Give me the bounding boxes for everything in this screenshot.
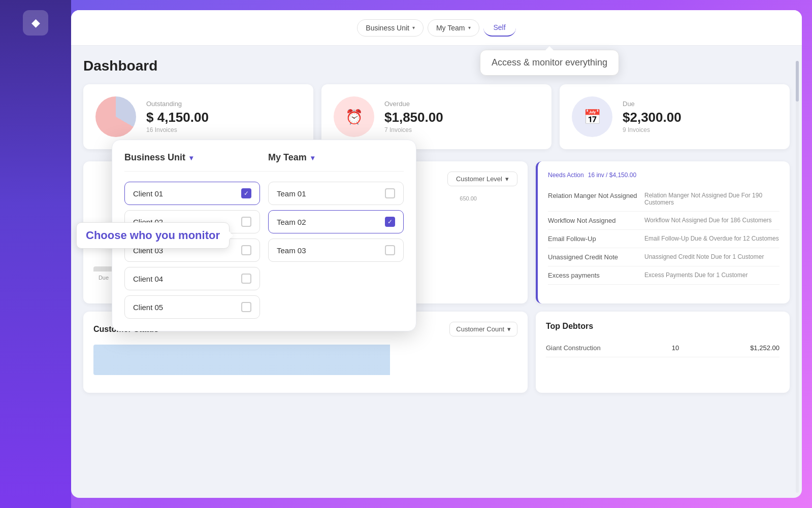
clients-column: Client 01 ✓ Client 02 Client 03 Client 0… — [124, 182, 260, 319]
action-left-3: Unassigned Credit Note — [548, 253, 639, 261]
team-02-item[interactable]: Team 02 ✓ — [268, 210, 404, 233]
action-right-1: Workflow Not Assigned Due for 186 Custom… — [639, 217, 779, 224]
dropdown-my-team-chevron-icon: ▾ — [311, 154, 314, 162]
team-01-label: Team 01 — [277, 189, 306, 198]
customer-count-dropdown[interactable]: Customer Count ▾ — [449, 322, 517, 336]
client-01-item[interactable]: Client 01 ✓ — [124, 182, 260, 205]
access-monitor-tooltip: Access & monitor everything — [480, 50, 619, 76]
overdue-info: Overdue $1,850.00 7 Invoices — [384, 100, 443, 133]
overdue-invoices: 7 Invoices — [384, 126, 443, 133]
client-05-item[interactable]: Client 05 — [124, 295, 260, 319]
access-monitor-text: Access & monitor everything — [492, 57, 607, 67]
overdue-icon: ⏰ — [334, 96, 374, 137]
dashboard-title: Dashboard — [83, 58, 790, 74]
bar-chart-y-label: 650.00 — [460, 195, 477, 201]
action-row-0: Relation Manger Not Assigned Relation Ma… — [548, 187, 779, 212]
debtors-row-0: Giant Construction 10 $1,252.00 — [546, 339, 779, 357]
outstanding-info: Outstanding $ 4,150.00 16 Invoices — [146, 100, 209, 133]
business-unit-tab[interactable]: Business Unit ▾ — [357, 19, 424, 37]
customer-count-chevron-icon: ▾ — [507, 325, 511, 333]
outstanding-label: Outstanding — [146, 100, 209, 108]
client-05-label: Client 05 — [133, 303, 163, 312]
due-info: Due $2,300.00 9 Invoices — [623, 100, 681, 133]
due-label: Due — [623, 100, 681, 108]
outstanding-amount: $ 4,150.00 — [146, 110, 209, 125]
needs-action-subtitle: 16 inv / $4,150.00 — [588, 172, 636, 179]
my-team-chevron-icon: ▾ — [468, 25, 471, 30]
top-debtors-header: Top Debtors — [546, 322, 779, 331]
customer-count-label: Customer Count — [456, 325, 504, 333]
action-left-4: Excess payments — [548, 272, 639, 279]
action-row-4: Excess payments Excess Payments Due for … — [548, 266, 779, 285]
client-05-checkbox[interactable] — [241, 302, 251, 312]
client-02-checkbox[interactable] — [241, 217, 251, 227]
action-right-4: Excess Payments Due for 1 Customer — [639, 272, 779, 279]
debtors-count-0: 10 — [672, 344, 679, 352]
client-03-checkbox[interactable] — [241, 245, 251, 255]
business-unit-chevron-icon: ▾ — [412, 25, 415, 30]
dropdown-header-row: Business Unit ▾ My Team ▾ — [124, 152, 404, 172]
action-left-2: Email Follow-Up — [548, 235, 639, 243]
dropdown-my-team-header[interactable]: My Team ▾ — [268, 152, 404, 163]
client-04-label: Client 04 — [133, 275, 163, 283]
top-debtors-card: Top Debtors Giant Construction 10 $1,252… — [536, 312, 790, 393]
client-04-item[interactable]: Client 04 — [124, 267, 260, 290]
top-bar: Business Unit ▾ My Team ▾ Self — [71, 10, 802, 46]
due-invoices: 9 Invoices — [623, 126, 681, 133]
monitor-tooltip-text: Choose who you monitor — [86, 229, 220, 242]
monitor-tooltip: Choose who you monitor — [76, 222, 230, 249]
my-team-tab[interactable]: My Team ▾ — [428, 19, 479, 37]
self-label: Self — [494, 23, 506, 31]
team-03-item[interactable]: Team 03 — [268, 239, 404, 262]
bar-due: Due — [93, 266, 114, 281]
action-row-1: Workflow Not Assigned Workflow Not Assig… — [548, 212, 779, 230]
bar-due-bar — [93, 266, 114, 272]
teams-column: Team 01 Team 02 ✓ Team 03 — [268, 182, 404, 319]
needs-action-label: Needs Action — [548, 172, 584, 179]
team-01-item[interactable]: Team 01 — [268, 182, 404, 205]
dropdown-business-unit-chevron-icon: ▾ — [189, 154, 193, 162]
customer-status-bar — [93, 345, 517, 375]
dropdown-business-unit-header[interactable]: Business Unit ▾ — [124, 152, 260, 163]
client-01-checkbox[interactable]: ✓ — [241, 188, 251, 198]
action-right-3: Unassigned Credit Note Due for 1 Custome… — [639, 253, 779, 261]
overdue-amount: $1,850.00 — [384, 110, 443, 125]
top-debtors-title: Top Debtors — [546, 322, 593, 331]
team-02-checkbox[interactable]: ✓ — [385, 217, 395, 227]
sidebar-logo: ◆ — [23, 10, 48, 36]
overdue-label: Overdue — [384, 100, 443, 108]
bar-due-label: Due — [99, 275, 109, 281]
dropdown-my-team-label: My Team — [268, 152, 307, 163]
outstanding-pie-chart — [95, 96, 136, 137]
action-right-2: Email Follow-Up Due & Overdue for 12 Cus… — [639, 235, 779, 243]
due-amount: $2,300.00 — [623, 110, 681, 125]
main-container: Business Unit ▾ My Team ▾ Self Access & … — [71, 10, 802, 498]
debtors-name-0: Giant Construction — [546, 344, 601, 352]
customer-level-label: Customer Level — [456, 175, 502, 183]
top-bar-tabs: Business Unit ▾ My Team ▾ Self — [357, 19, 515, 37]
due-card: 📅 Due $2,300.00 9 Invoices — [560, 84, 790, 149]
team-02-label: Team 02 — [277, 218, 306, 226]
action-right-0: Relation Manger Not Assigned Due For 190… — [639, 192, 779, 206]
customer-level-chevron-icon: ▾ — [505, 175, 509, 183]
scrollbar-track[interactable] — [796, 61, 799, 493]
dropdown-business-unit-label: Business Unit — [124, 152, 185, 163]
outstanding-invoices: 16 Invoices — [146, 126, 209, 133]
scrollbar-thumb — [796, 61, 799, 101]
my-team-label: My Team — [436, 24, 465, 32]
self-tab[interactable]: Self — [483, 19, 516, 37]
action-row-3: Unassigned Credit Note Unassigned Credit… — [548, 248, 779, 266]
action-left-0: Relation Manger Not Assigned — [548, 192, 639, 206]
client-04-checkbox[interactable] — [241, 274, 251, 284]
action-left-1: Workflow Not Assigned — [548, 217, 639, 224]
business-unit-label: Business Unit — [366, 24, 409, 32]
needs-action-title: Needs Action 16 inv / $4,150.00 — [548, 172, 779, 179]
customer-level-dropdown[interactable]: Customer Level ▾ — [447, 172, 517, 186]
team-01-checkbox[interactable] — [385, 188, 395, 198]
team-03-checkbox[interactable] — [385, 245, 395, 255]
left-sidebar: ◆ — [0, 0, 71, 508]
action-row-2: Email Follow-Up Email Follow-Up Due & Ov… — [548, 230, 779, 248]
needs-action-area: Needs Action 16 inv / $4,150.00 Relation… — [536, 161, 790, 303]
team-03-label: Team 03 — [277, 246, 306, 255]
debtors-amount-0: $1,252.00 — [750, 344, 779, 352]
